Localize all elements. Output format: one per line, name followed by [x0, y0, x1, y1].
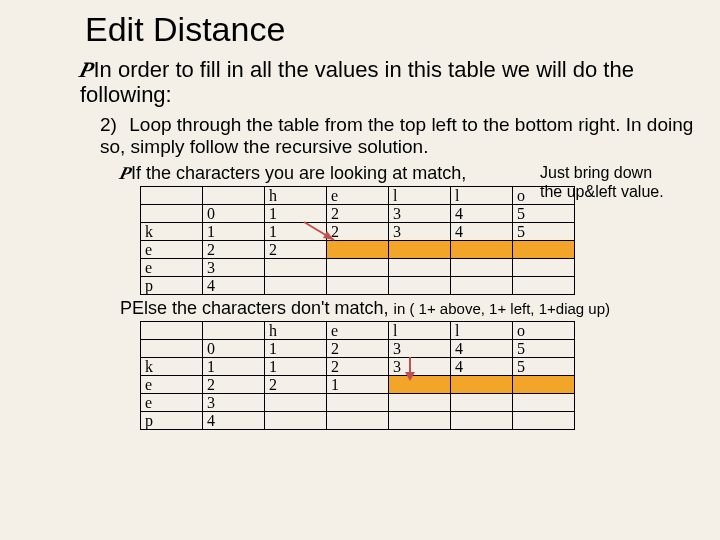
- cell: 2: [203, 241, 265, 259]
- cell-highlight: [389, 241, 451, 259]
- cell: l: [451, 322, 513, 340]
- cell: [265, 259, 327, 277]
- cell: 4: [451, 340, 513, 358]
- cell: 0: [203, 205, 265, 223]
- table-row: k 1 1 2 3 4 5: [141, 358, 575, 376]
- table-row: h e l l o: [141, 322, 575, 340]
- cell-highlight: [451, 241, 513, 259]
- cell: [327, 412, 389, 430]
- cell: 1: [203, 358, 265, 376]
- cell: [451, 277, 513, 295]
- cell: e: [141, 259, 203, 277]
- cell: [451, 259, 513, 277]
- cell: 4: [451, 205, 513, 223]
- cell: e: [141, 376, 203, 394]
- cell-highlight: [327, 241, 389, 259]
- page-title: Edit Distance: [85, 10, 700, 49]
- cell: e: [141, 241, 203, 259]
- cell: 3: [389, 358, 451, 376]
- cell: [327, 277, 389, 295]
- cell: 3: [389, 223, 451, 241]
- table-row: e 3: [141, 259, 575, 277]
- dp-table-match: h e l l o 0 1 2 3 4 5 k 1 1 2 3 4 5 e 2 …: [140, 186, 575, 295]
- cell: 4: [203, 412, 265, 430]
- cell-highlight: [513, 376, 575, 394]
- cell: [513, 412, 575, 430]
- cell: l: [389, 322, 451, 340]
- cell: [327, 259, 389, 277]
- cell: [389, 394, 451, 412]
- cell: 1: [265, 205, 327, 223]
- cell: p: [141, 277, 203, 295]
- cell: e: [327, 187, 389, 205]
- cell: l: [451, 187, 513, 205]
- cell: [203, 187, 265, 205]
- cell: [203, 322, 265, 340]
- cell: 1: [265, 223, 327, 241]
- table-row: e 3: [141, 394, 575, 412]
- cell: k: [141, 358, 203, 376]
- bullet-else: PElse the characters don't match, in ( 1…: [120, 298, 700, 319]
- table-match-block: h e l l o 0 1 2 3 4 5 k 1 1 2 3 4 5 e 2 …: [140, 186, 700, 296]
- cell: 4: [451, 358, 513, 376]
- note-line: Just bring down: [540, 164, 652, 181]
- cell: 1: [203, 223, 265, 241]
- cell: 2: [327, 223, 389, 241]
- table-row: e 2 2: [141, 241, 575, 259]
- bullet-swish-icon: P: [120, 298, 132, 318]
- cell: [327, 394, 389, 412]
- step-number: 2): [100, 114, 124, 137]
- table-row: p 4: [141, 412, 575, 430]
- step-2: 2) Loop through the table from the top l…: [100, 114, 700, 160]
- cell: [451, 412, 513, 430]
- cell: 4: [451, 223, 513, 241]
- cell: 2: [265, 241, 327, 259]
- cell: [513, 259, 575, 277]
- else-lead: Else the characters don't match,: [132, 298, 389, 318]
- table-row: k 1 1 2 3 4 5: [141, 223, 575, 241]
- note-line: the up&left value.: [540, 183, 664, 200]
- cell: [141, 187, 203, 205]
- cell: [265, 277, 327, 295]
- cell-highlight: [513, 241, 575, 259]
- cell: 5: [513, 340, 575, 358]
- cell: [389, 277, 451, 295]
- table-mismatch-block: h e l l o 0 1 2 3 4 5 k 1 1 2 3 4 5 e 2 …: [140, 321, 700, 431]
- cell: [265, 412, 327, 430]
- cell: [451, 394, 513, 412]
- cell: 2: [265, 376, 327, 394]
- intro-text: PIn order to fill in all the values in t…: [80, 57, 700, 108]
- else-tail: in ( 1+ above, 1+ left, 1+diag up): [394, 300, 610, 317]
- cell: o: [513, 322, 575, 340]
- cell: 4: [203, 277, 265, 295]
- cell: [141, 340, 203, 358]
- cell: [389, 259, 451, 277]
- cell-highlight: [389, 376, 451, 394]
- bullet-if-text: If the characters you are looking at mat…: [131, 163, 466, 183]
- cell: 1: [265, 340, 327, 358]
- cell-highlight: [451, 376, 513, 394]
- cell: 5: [513, 223, 575, 241]
- cell: e: [141, 394, 203, 412]
- table-row: e 2 2 1: [141, 376, 575, 394]
- cell: l: [389, 187, 451, 205]
- cell: 5: [513, 358, 575, 376]
- cell: k: [141, 223, 203, 241]
- cell: [513, 394, 575, 412]
- dp-table-mismatch: h e l l o 0 1 2 3 4 5 k 1 1 2 3 4 5 e 2 …: [140, 321, 575, 430]
- cell: 3: [203, 394, 265, 412]
- table-row: h e l l o: [141, 187, 575, 205]
- cell: h: [265, 187, 327, 205]
- cell: 0: [203, 340, 265, 358]
- table-row: 0 1 2 3 4 5: [141, 205, 575, 223]
- table-row: 0 1 2 3 4 5: [141, 340, 575, 358]
- step-body: Loop through the table from the top left…: [100, 114, 693, 158]
- intro-body: In order to fill in all the values in th…: [80, 57, 634, 107]
- cell: [513, 277, 575, 295]
- cell: 5: [513, 205, 575, 223]
- cell: 1: [327, 376, 389, 394]
- cell: [265, 394, 327, 412]
- note-match: Just bring down the up&left value.: [540, 164, 664, 201]
- cell: [141, 205, 203, 223]
- cell: 3: [389, 205, 451, 223]
